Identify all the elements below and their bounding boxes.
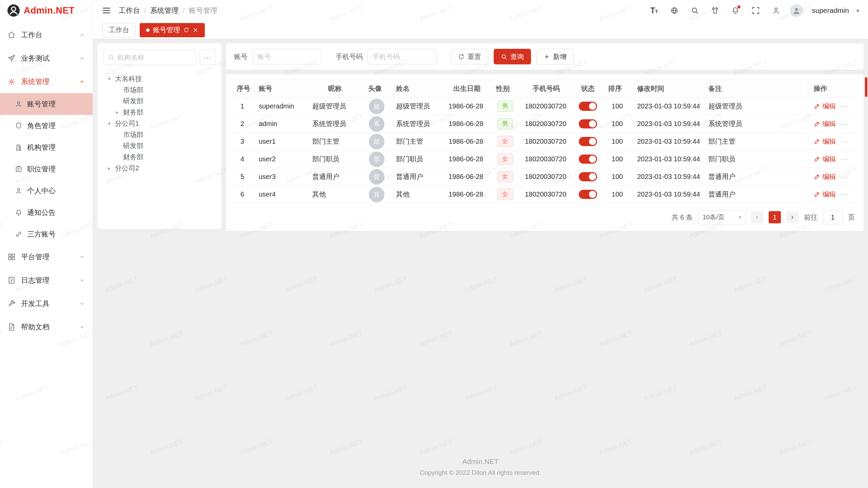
breadcrumb-item-system[interactable]: 系统管理 [150, 6, 179, 15]
edit-button[interactable]: 编辑 [814, 137, 836, 146]
tree-node-dept[interactable]: 财务部 [103, 151, 215, 163]
username-label[interactable]: superadmin [812, 6, 849, 15]
row-avatar: 部 [369, 134, 384, 149]
user-avatar[interactable] [790, 4, 803, 17]
more-actions-icon[interactable]: ··· [841, 173, 849, 181]
tree-node-dept[interactable]: 研发部 [103, 140, 215, 151]
tree-node-company[interactable]: ▾ 大名科技 [103, 73, 215, 84]
chevron-down-icon [79, 277, 85, 283]
caret-down-icon[interactable]: ▾ [106, 76, 112, 82]
edit-button[interactable]: 编辑 [814, 172, 836, 181]
refresh-icon[interactable] [183, 27, 189, 33]
reset-button[interactable]: 重置 [451, 49, 488, 64]
breadcrumb-item-account: 账号管理 [189, 6, 217, 15]
pencil-icon [814, 174, 820, 180]
phone-filter-input[interactable] [368, 49, 437, 64]
wrench-icon [7, 300, 16, 308]
sidebar-item-org-manage[interactable]: 机构管理 [0, 137, 93, 158]
more-actions-icon[interactable]: ··· [841, 190, 849, 198]
status-toggle[interactable] [579, 119, 597, 128]
language-globe-icon[interactable] [668, 4, 681, 17]
search-icon[interactable] [688, 4, 701, 17]
tree-node-dept[interactable]: ▸ 财务部 [103, 107, 215, 118]
tree-node-branch2[interactable]: ▸ 分公司2 [103, 163, 215, 174]
current-page-button[interactable]: 1 [769, 211, 781, 223]
tree-node-branch1[interactable]: ▾ 分公司1 [103, 118, 215, 129]
gender-badge: 女 [497, 189, 513, 200]
notification-bell-icon[interactable] [729, 4, 742, 17]
edit-button[interactable]: 编辑 [814, 155, 836, 164]
tree-node-dept[interactable]: 市场部 [103, 129, 215, 140]
edit-button[interactable]: 编辑 [814, 190, 836, 199]
theme-skin-icon[interactable] [709, 4, 722, 17]
next-page-button[interactable]: › [786, 211, 798, 223]
column-header: 出生日期 [443, 80, 491, 98]
sidebar-item-notice[interactable]: 通知公告 [0, 202, 93, 223]
logo-icon [7, 4, 20, 17]
more-actions-icon[interactable]: ··· [841, 102, 849, 110]
sidebar-item-role-manage[interactable]: 角色管理 [0, 115, 93, 137]
user-dropdown-caret-icon[interactable]: ▾ [856, 7, 859, 14]
cell-nickname: 超级管理员 [307, 98, 363, 115]
status-toggle[interactable] [579, 155, 597, 164]
goto-page-input[interactable] [823, 210, 843, 224]
edit-button[interactable]: 编辑 [814, 119, 836, 128]
sidebar-item-profile-center[interactable]: 个人中心 [0, 180, 93, 202]
more-actions-icon[interactable]: ··· [841, 120, 849, 128]
hamburger-menu-icon[interactable] [102, 6, 111, 15]
sidebar-item-business-test[interactable]: 业务测试 [0, 46, 93, 70]
sidebar-item-dev-tools[interactable]: 开发工具 [0, 292, 93, 315]
more-actions-icon[interactable]: ··· [841, 138, 849, 145]
sidebar-item-workbench[interactable]: 工作台 [0, 23, 93, 46]
row-avatar: 系 [369, 116, 384, 132]
breadcrumb: 工作台 / 系统管理 / 账号管理 [119, 6, 217, 15]
edit-button[interactable]: 编辑 [814, 102, 836, 111]
close-tab-icon[interactable] [193, 27, 198, 33]
status-toggle[interactable] [579, 190, 597, 199]
caret-right-icon[interactable]: ▸ [114, 109, 120, 116]
cell-name: 系统管理员 [391, 115, 443, 133]
sidebar-item-platform-manage[interactable]: 平台管理 [0, 245, 93, 268]
column-header: 头像 [363, 80, 391, 98]
log-icon [7, 276, 16, 284]
scrollbar-thumb[interactable] [865, 77, 867, 97]
org-search-input[interactable] [117, 54, 192, 61]
user-settings-icon[interactable] [770, 4, 783, 17]
more-actions-icon[interactable]: ··· [841, 155, 849, 163]
status-toggle[interactable] [579, 172, 597, 181]
tab-workbench[interactable]: 工作台 [102, 23, 136, 37]
tabs-bar: 工作台 账号管理 [93, 21, 868, 39]
sidebar-item-third-account[interactable]: 三方账号 [0, 223, 93, 245]
page-size-select[interactable]: 10条/页 ▾ [698, 210, 746, 224]
sidebar-item-system-manage[interactable]: 系统管理 [0, 70, 93, 93]
breadcrumb-item-workbench[interactable]: 工作台 [119, 6, 140, 15]
account-filter-input[interactable] [252, 49, 321, 64]
tab-account-manage[interactable]: 账号管理 [140, 23, 205, 37]
fullscreen-icon[interactable] [749, 4, 762, 17]
tree-node-dept[interactable]: 市场部 [103, 84, 215, 96]
org-search-field[interactable] [103, 49, 196, 65]
cell-birthday: 1986-06-28 [443, 168, 491, 186]
prev-page-button[interactable]: ‹ [751, 211, 763, 223]
app-logo[interactable]: Admin.NET [0, 0, 93, 21]
status-toggle[interactable] [579, 137, 597, 146]
table-header-row: 序号账号昵称头像姓名出生日期性别手机号码状态排序修改时间备注操作 [231, 80, 858, 98]
add-button[interactable]: 新增 [536, 49, 574, 64]
query-button[interactable]: 查询 [494, 49, 531, 64]
cell-nickname: 其他 [307, 186, 363, 203]
table-row: 2 admin 系统管理员 系 系统管理员 1986-06-28 男 18020… [231, 115, 858, 133]
tree-node-dept[interactable]: 研发部 [103, 96, 215, 107]
cell-gender: 女 [491, 186, 519, 203]
status-toggle[interactable] [579, 102, 597, 111]
caret-down-icon[interactable]: ▾ [106, 120, 112, 127]
sidebar-item-position-manage[interactable]: 职位管理 [0, 158, 93, 180]
sidebar-item-help-docs[interactable]: 帮助文档 [0, 315, 93, 339]
caret-right-icon[interactable]: ▸ [106, 165, 112, 171]
cell-index: 2 [231, 115, 253, 133]
org-more-button[interactable]: ··· [200, 49, 215, 65]
font-size-icon[interactable]: TT [648, 4, 660, 17]
cell-status [573, 168, 603, 186]
sidebar-item-log-manage[interactable]: 日志管理 [0, 268, 93, 292]
cell-sort: 100 [603, 150, 632, 168]
sidebar-item-account-manage[interactable]: 账号管理 [0, 93, 93, 115]
